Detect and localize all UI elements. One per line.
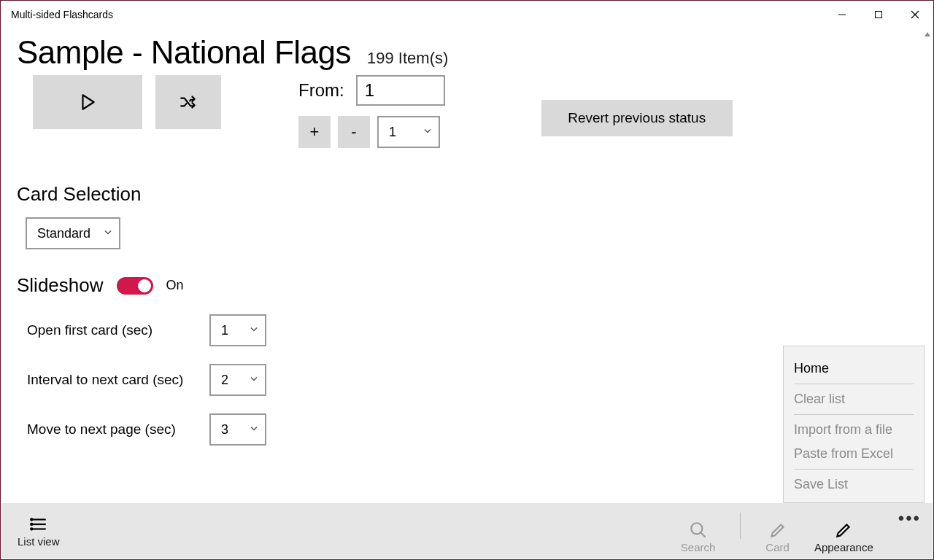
svg-marker-4 — [83, 95, 94, 109]
top-controls-row: From: + - 1 Revert previous status — [33, 75, 917, 148]
slideshow-header-row: Slideshow On — [17, 274, 917, 297]
slideshow-heading: Slideshow — [17, 274, 104, 297]
tool-card-label: Card — [765, 541, 790, 553]
from-input[interactable] — [356, 75, 445, 106]
from-label: From: — [298, 80, 344, 101]
deck-title: Sample - National Flags — [17, 34, 351, 71]
play-button[interactable] — [33, 75, 142, 129]
menu-paste-excel[interactable]: Paste from Excel — [794, 442, 914, 466]
tool-card[interactable]: Card — [765, 521, 790, 553]
deck-header: Sample - National Flags 199 Item(s) — [17, 34, 917, 71]
minimize-icon — [838, 10, 846, 19]
open-first-label: Open first card (sec) — [27, 322, 209, 338]
svg-point-12 — [31, 518, 32, 520]
from-step-value: 1 — [389, 125, 396, 140]
window-title: Multi-sided Flashcards — [11, 9, 113, 20]
maximize-icon — [874, 10, 883, 19]
shuffle-button[interactable] — [155, 75, 221, 129]
window-buttons — [824, 1, 933, 28]
close-button[interactable] — [897, 1, 933, 28]
minimize-button[interactable] — [824, 1, 860, 28]
menu-separator — [794, 384, 914, 384]
chevron-down-icon — [249, 373, 259, 388]
chevron-down-icon — [249, 422, 259, 438]
menu-clear-list[interactable]: Clear list — [794, 387, 914, 411]
revert-button[interactable]: Revert previous status — [541, 100, 733, 136]
tool-appearance[interactable]: Appearance — [814, 521, 873, 553]
svg-point-13 — [31, 523, 32, 524]
menu-save-list[interactable]: Save List — [794, 472, 914, 497]
menu-separator — [794, 414, 914, 415]
interval-select[interactable]: 2 — [209, 364, 266, 396]
tool-list-view[interactable]: List view — [18, 515, 60, 548]
pencil-icon — [768, 521, 787, 540]
card-selection-heading: Card Selection — [17, 183, 917, 206]
next-page-label: Move to next page (sec) — [27, 421, 209, 438]
tool-appearance-label: Appearance — [814, 541, 873, 553]
menu-import-file[interactable]: Import from a file — [794, 418, 914, 442]
next-page-value: 3 — [221, 422, 228, 438]
chevron-down-icon — [103, 226, 113, 241]
list-view-icon — [29, 515, 48, 534]
toggle-knob — [138, 279, 151, 292]
interval-label: Interval to next card (sec) — [27, 372, 209, 388]
interval-value: 2 — [221, 373, 228, 388]
tool-search[interactable]: Search — [681, 521, 716, 553]
more-button[interactable]: ••• — [898, 508, 925, 553]
card-selection-value: Standard — [37, 226, 90, 241]
side-menu: Home Clear list Import from a file Paste… — [783, 346, 925, 503]
shuffle-icon — [179, 93, 198, 112]
chevron-down-icon — [422, 125, 433, 140]
card-selection-select[interactable]: Standard — [26, 217, 120, 249]
titlebar: Multi-sided Flashcards — [1, 1, 933, 28]
slideshow-toggle[interactable] — [117, 277, 153, 295]
open-first-value: 1 — [221, 323, 228, 338]
open-first-select[interactable]: 1 — [209, 314, 266, 346]
maximize-button[interactable] — [860, 1, 897, 28]
pencil-icon — [834, 521, 853, 540]
scrollbar-up-arrow[interactable] — [922, 28, 933, 40]
tool-list-view-label: List view — [18, 535, 60, 548]
svg-line-16 — [700, 532, 706, 537]
menu-home[interactable]: Home — [794, 357, 914, 381]
toolbar-divider — [740, 513, 741, 539]
play-icon — [78, 93, 97, 112]
from-plus-button[interactable]: + — [298, 116, 331, 148]
tool-search-label: Search — [681, 541, 716, 553]
close-icon — [911, 10, 919, 19]
menu-separator — [794, 469, 914, 470]
slideshow-state-label: On — [166, 278, 184, 293]
from-block: From: + - 1 — [298, 75, 445, 148]
svg-point-15 — [691, 523, 702, 534]
svg-point-14 — [31, 528, 32, 529]
chevron-down-icon — [249, 323, 259, 338]
bottombar: List view Search Card Appearance ••• — [1, 503, 933, 559]
from-minus-button[interactable]: - — [338, 116, 370, 148]
next-page-select[interactable]: 3 — [209, 413, 266, 446]
svg-marker-5 — [925, 32, 930, 36]
svg-rect-1 — [876, 12, 882, 18]
search-icon — [689, 521, 708, 540]
from-step-select[interactable]: 1 — [377, 116, 440, 148]
item-count: 199 Item(s) — [367, 49, 448, 68]
